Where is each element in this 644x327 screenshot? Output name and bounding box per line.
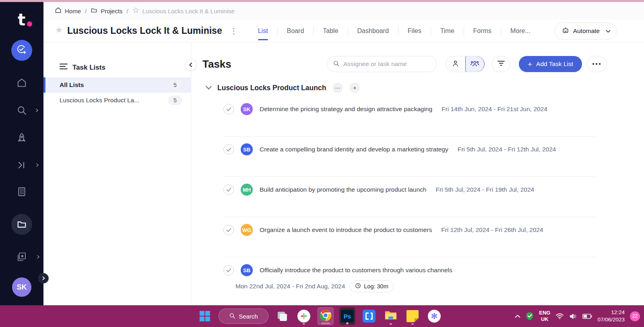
task-row: SK Determine the pricing strategy and de… <box>223 96 596 137</box>
tab-list[interactable]: List <box>249 20 277 42</box>
clock[interactable]: 12:24 07/06/2023 <box>597 309 625 323</box>
security-shield-icon[interactable] <box>526 312 534 321</box>
task-view-button[interactable] <box>274 307 290 325</box>
task-complete-checkbox[interactable] <box>223 225 234 235</box>
task-complete-checkbox[interactable] <box>223 144 234 155</box>
assignee-avatar[interactable]: SB <box>241 264 253 276</box>
task-dates[interactable]: Fri 14th Jun, 2024 - Fri 21st Jun, 2024 <box>442 106 547 113</box>
tasks-toolbar: Tasks <box>202 56 607 72</box>
group-add-task-button[interactable]: + <box>349 83 360 93</box>
sidebar-item-search[interactable] <box>17 105 27 116</box>
folder-icon <box>91 7 97 15</box>
favorite-star-icon[interactable] <box>55 26 63 36</box>
sidebar-item-company[interactable] <box>17 186 27 197</box>
flower-app[interactable]: ✻ <box>426 307 442 325</box>
tab-board[interactable]: Board <box>278 20 314 42</box>
language-indicator[interactable]: ENG UK <box>539 310 550 323</box>
photoshop-app[interactable]: Ps <box>339 307 355 325</box>
tab-dashboard[interactable]: Dashboard <box>348 20 398 42</box>
sidebar-item-home[interactable] <box>17 78 27 88</box>
tab-more[interactable]: More... <box>501 20 540 42</box>
running-indicator <box>411 323 414 325</box>
group-more-button[interactable]: ⋯ <box>332 83 343 93</box>
home-icon <box>55 7 62 15</box>
wifi-icon[interactable] <box>555 313 564 319</box>
assignee-avatar[interactable]: MH <box>241 184 253 196</box>
time-log-chip[interactable]: Log: 30m <box>350 280 393 292</box>
slack-app[interactable] <box>296 307 312 325</box>
start-button[interactable] <box>197 307 213 325</box>
tray-date: 07/06/2023 <box>597 316 625 323</box>
filter-button[interactable] <box>492 56 510 72</box>
file-explorer-app[interactable] <box>383 307 399 325</box>
task-name[interactable]: Build anticipation by promoting the upco… <box>260 186 426 193</box>
chrome-icon <box>319 309 332 323</box>
tab-table[interactable]: Table <box>314 20 347 42</box>
tasks-main: Tasks <box>191 42 644 305</box>
task-name[interactable]: Organize a launch event to introduce the… <box>260 226 432 234</box>
task-group-name[interactable]: Luscious Locks Product Launch <box>217 84 326 92</box>
sidebar-item-launchpad[interactable] <box>17 132 27 144</box>
toolbar-more-button[interactable]: ••• <box>587 56 607 72</box>
assignee-avatar[interactable]: SK <box>241 103 253 115</box>
chevron-down-icon[interactable] <box>206 84 212 91</box>
quick-add-task-button[interactable] <box>11 40 32 61</box>
tab-time[interactable]: Time <box>431 20 464 42</box>
volume-icon[interactable] <box>569 313 577 320</box>
check-plus-icon <box>17 44 27 56</box>
user-avatar[interactable]: SK <box>12 277 31 297</box>
windows-taskbar: Search Ps <box>0 305 644 327</box>
taskbar-search[interactable]: Search <box>219 308 268 324</box>
all-assignees-button[interactable] <box>465 56 485 72</box>
assignee-avatar[interactable]: WG <box>241 224 253 236</box>
task-list-item-all-lists[interactable]: All Lists 5 <box>43 77 191 93</box>
search-input[interactable] <box>343 60 431 68</box>
task-complete-checkbox[interactable] <box>223 265 234 275</box>
task-complete-checkbox[interactable] <box>223 104 234 114</box>
sticky-notes-icon <box>407 310 419 322</box>
plus-icon: + <box>528 60 532 68</box>
list-icon <box>60 63 68 72</box>
chevron-right-icon <box>35 108 39 112</box>
task-complete-checkbox[interactable] <box>223 184 234 195</box>
battery-icon[interactable] <box>582 314 592 319</box>
notification-badge[interactable]: 22 <box>630 311 640 321</box>
sidebar-expand-button[interactable] <box>38 273 49 284</box>
active-window-indicator <box>321 323 330 324</box>
automate-button[interactable]: Automate <box>555 23 617 39</box>
tab-forms[interactable]: Forms <box>464 20 501 42</box>
sticky-notes-app[interactable] <box>405 307 421 325</box>
tray-chevron-up-icon[interactable] <box>515 315 520 318</box>
sidebar-item-jump-to[interactable] <box>17 161 27 170</box>
breadcrumb-projects[interactable]: Projects <box>91 7 122 15</box>
task-dates[interactable]: Fri 5th Jul, 2024 - Fri 19th Jul, 2024 <box>436 186 534 193</box>
teamwork-logo[interactable]: t <box>18 12 26 28</box>
task-name[interactable]: Officially introduce the product to cust… <box>260 267 452 274</box>
sidebar-item-projects[interactable] <box>11 214 32 235</box>
single-assignee-button[interactable] <box>446 56 465 72</box>
sidebar-item-templates[interactable] <box>16 252 27 262</box>
task-name[interactable]: Determine the pricing strategy and desig… <box>260 106 432 113</box>
brackets-icon <box>363 310 376 323</box>
jump-to-icon <box>17 161 27 170</box>
chevron-down-icon[interactable] <box>606 27 611 35</box>
search-icon <box>17 105 27 116</box>
breadcrumb-home[interactable]: Home <box>55 7 81 15</box>
task-name[interactable]: Create a compelling brand identity and d… <box>260 146 448 153</box>
task-rows: SK Determine the pricing strategy and de… <box>223 96 596 298</box>
windows-logo-icon <box>200 311 210 321</box>
title-kebab-menu[interactable]: ⋮ <box>228 27 240 35</box>
folder-icon <box>17 219 27 230</box>
person-icon <box>452 60 459 69</box>
task-dates[interactable]: Mon 22nd Jul, 2024 - Fri 2nd Aug, 2024 <box>235 283 345 290</box>
tab-files[interactable]: Files <box>398 20 431 42</box>
task-dates[interactable]: Fri 5th Jul, 2024 - Fri 12th Jul, 2024 <box>458 146 556 153</box>
assignee-avatar[interactable]: SB <box>241 143 253 155</box>
task-list-item-product-launch[interactable]: Luscious Locks Product La... 5 <box>43 93 191 108</box>
chrome-app[interactable] <box>318 307 334 325</box>
task-dates[interactable]: Fri 12th Jul, 2024 - Fri 26th Jul, 2024 <box>441 226 543 234</box>
panel-collapse-button[interactable] <box>185 59 197 71</box>
running-indicator <box>346 322 349 325</box>
add-task-list-button[interactable]: + Add Task List <box>519 56 582 72</box>
snap-layout-app[interactable] <box>361 307 377 325</box>
